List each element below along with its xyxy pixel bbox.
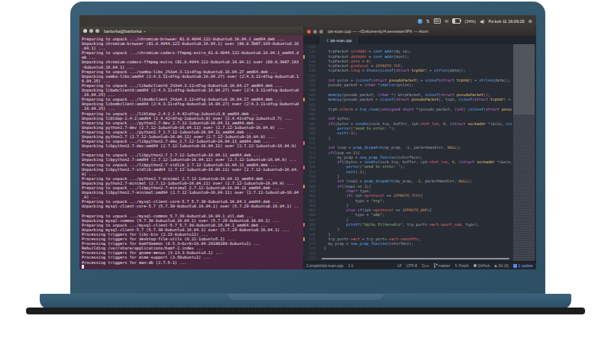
file-path[interactable]: 2.projekt/ipk-scan.cpp: [306, 263, 344, 268]
tab-label: ipk-scan.cpp: [330, 38, 351, 43]
updates-item[interactable]: 1 update: [513, 263, 533, 268]
update-icon: [513, 264, 517, 268]
terminal-line: Unpacking libldap-2.4-2:amd64 (2.4.42+df…: [82, 116, 303, 121]
terminal-title: barborka@barborka: ~: [104, 29, 146, 34]
keyboard-layout-indicator[interactable]: En: [434, 18, 441, 24]
git-label: Git (0): [498, 263, 509, 268]
close-icon[interactable]: [83, 29, 87, 33]
git-gutter-mark: [303, 185, 305, 188]
terminal-titlebar[interactable]: barborka@barborka: ~: [79, 27, 303, 35]
minimize-icon[interactable]: [89, 29, 93, 33]
minimap[interactable]: [513, 44, 535, 261]
terminal-cursor: [82, 265, 84, 269]
laptop-base: [40, 294, 571, 309]
laptop-screen: ᛒ ⇅ En ✉ (34%) ◀) Po kvě 11 16:09:29 ⚙: [79, 15, 536, 269]
terminal-line: Preparing to unpack .../chromium-codecs-…: [82, 50, 303, 55]
terminal-output[interactable]: Preparing to unpack .../chromium-browser…: [79, 35, 303, 269]
git-icon: ◆: [494, 264, 496, 268]
line-number-gutter: 5315325335345355365375385395405415425435…: [303, 44, 318, 260]
grammar-indicator[interactable]: C++: [422, 263, 428, 268]
laptop-mockup: ᛒ ⇅ En ✉ (34%) ◀) Po kvě 11 16:09:29 ⚙: [0, 0, 611, 364]
battery-icon[interactable]: [452, 18, 461, 24]
updates-label: 1 update: [519, 263, 533, 268]
git-gutter-mark: [303, 223, 305, 227]
cpp-file-icon: C: [326, 38, 328, 43]
code-area[interactable]: tcpPacket.srcAddr = inet_addr(my_ip); tc…: [319, 44, 512, 260]
git-branch-icon: [434, 263, 438, 268]
terminal-line: Unpacking chromium-codecs-ffmpeg-extra (…: [82, 60, 303, 64]
git-gutter-mark: [303, 166, 305, 169]
cursor-position[interactable]: 1:1: [348, 263, 354, 268]
terminal-line: Unpacking chromium-browser (81.0.4044.12…: [82, 41, 303, 46]
terminal-line: Preparing to unpack .../python2.7-minima…: [82, 176, 303, 181]
github-item[interactable]: GitHub: [474, 263, 490, 268]
atom-window: ipk-scan.cpp — ~/Dokumenty/4.semester/IP…: [303, 27, 536, 269]
editor: 5315325335345355365375385395405415425435…: [303, 44, 536, 261]
line-number: 575: [303, 256, 318, 260]
minimap-visible-region[interactable]: [513, 44, 535, 114]
top-panel: ᛒ ⇅ En ✉ (34%) ◀) Po kvě 11 16:09:29 ⚙: [79, 15, 536, 27]
terminal-line: Unpacking libpython2.7:amd64 (2.7.12-1ub…: [82, 157, 303, 162]
git-gutter-mark: [303, 141, 305, 145]
bluetooth-icon[interactable]: ᛒ: [418, 19, 422, 24]
code-line: tcph->check = tcp_csum((unsigned short *…: [319, 107, 512, 111]
laptop-base-notch: [228, 294, 383, 300]
git-gutter-mark: [303, 55, 305, 59]
battery-percent: (34%): [464, 19, 476, 24]
github-label: GitHub: [478, 263, 490, 268]
terminal-line: Preparing to unpack .../libpython2.7-std…: [82, 163, 303, 167]
clock[interactable]: Po kvě 11 16:09:29: [489, 19, 525, 24]
encoding-indicator[interactable]: UTF-8: [406, 263, 417, 268]
github-icon: [474, 264, 477, 268]
fetch-item[interactable]: ↻ Fetch: [454, 263, 468, 268]
line-ending-indicator[interactable]: LF: [397, 263, 402, 268]
terminal-line: Unpacking mysql-common (5.7.30-0ubuntu0.…: [82, 218, 303, 223]
laptop-lid: ᛒ ⇅ En ✉ (34%) ◀) Po kvě 11 16:09:29 ⚙: [70, 2, 545, 294]
tab-ipk-scan-cpp[interactable]: C ipk-scan.cpp: [318, 36, 360, 44]
terminal-line: Unpacking libpython2.7-dev:amd64 (2.7.12…: [82, 143, 303, 148]
terminal-line: Preparing to unpack .../samba-libs_2%3a4…: [82, 69, 303, 74]
laptop-bottom-edge: [26, 308, 585, 314]
terminal-line: Unpacking python2.7-dev (2.7.12-1ubuntu0…: [82, 125, 303, 130]
git-gutter-mark: [303, 98, 305, 101]
git-branch-item[interactable]: master: [434, 263, 451, 268]
mail-icon[interactable]: ✉: [445, 19, 448, 24]
session-menu-gear-icon[interactable]: ⚙: [529, 19, 532, 24]
git-item[interactable]: ◆ Git (0): [494, 263, 509, 268]
horizontal-scrollbar[interactable]: [322, 258, 509, 259]
terminal-line: Unpacking libpython2.7-stdlib:amd64 (2.7…: [82, 167, 303, 172]
code-line: memcpy(pseudo_packet + sizeof(struct pse…: [319, 97, 512, 101]
minimize-icon[interactable]: [313, 30, 317, 34]
network-icon[interactable]: ⇅: [426, 19, 430, 24]
sync-icon: ↻: [454, 263, 457, 268]
status-bar: 2.projekt/ipk-scan.cpp 1:1 LF UTF-8 C++ …: [303, 261, 536, 269]
tab-bar: C ipk-scan.cpp: [303, 36, 536, 44]
system-tray: ᛒ ⇅ En ✉ (34%) ◀) Po kvě 11 16:09:29 ⚙: [418, 18, 536, 24]
atom-title: ipk-scan.cpp — ~/Dokumenty/4.semester/IP…: [328, 29, 428, 34]
terminal-line: Unpacking libpython2.7-minimal:amd64 (2.…: [82, 190, 303, 195]
maximize-icon[interactable]: [319, 30, 323, 34]
atom-titlebar[interactable]: ipk-scan.cpp — ~/Dokumenty/4.semester/IP…: [303, 27, 536, 36]
fetch-label: Fetch: [459, 263, 469, 268]
terminal-line: Unpacking samba-libs:amd64 (2:4.3.11+dfs…: [82, 74, 303, 79]
terminal-window: barborka@barborka: ~ Preparing to unpack…: [79, 27, 303, 269]
close-icon[interactable]: [307, 30, 311, 34]
git-gutter-mark: [303, 237, 305, 241]
terminal-line: Unpacking mysql-client-core-5.7 (5.7.30-…: [82, 204, 303, 208]
maximize-icon[interactable]: [95, 29, 99, 33]
volume-icon[interactable]: ◀): [480, 19, 485, 24]
branch-name: master: [438, 263, 450, 268]
